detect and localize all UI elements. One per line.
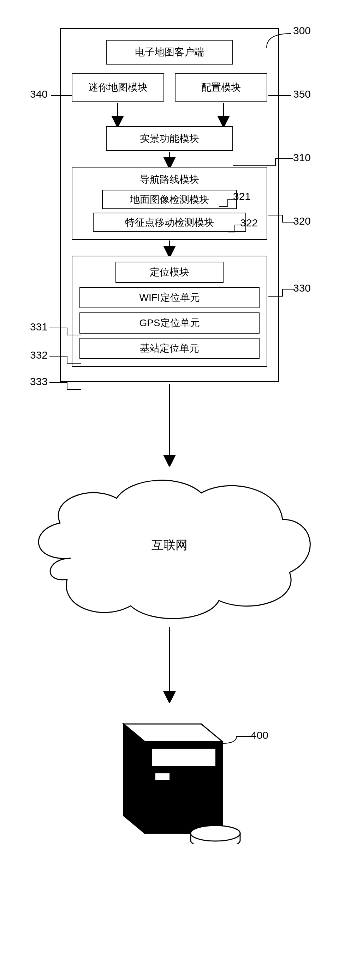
nav-title: 导航路线模块 [80,173,259,186]
gps-unit: GPS定位单元 [80,312,259,334]
loc-title-box: 定位模块 [115,262,224,283]
base-label: 基站定位单元 [140,342,199,355]
feature-detect-label: 特征点移动检测模块 [125,216,214,229]
svg-rect-7 [155,773,170,780]
gps-label: GPS定位单元 [139,316,200,330]
arrow-to-loc [162,240,177,256]
lead-400 [222,733,251,747]
label-331: 331 [30,321,48,333]
lead-331 [50,325,81,339]
client-title-box: 电子地图客户端 [106,40,233,65]
lead-320 [269,212,295,226]
label-340: 340 [30,88,48,100]
row-minimap-config: 迷你地图模块 配置模块 [72,73,267,102]
config-label: 配置模块 [201,81,241,94]
arrow-to-nav [162,151,177,167]
wifi-unit: WIFI定位单元 [80,287,259,308]
wifi-label: WIFI定位单元 [139,291,200,304]
minimap-module: 迷你地图模块 [72,73,164,102]
client-container: 电子地图客户端 迷你地图模块 配置模块 实景功能模块 [60,28,279,382]
loc-title: 定位模块 [150,266,189,279]
svg-point-9 [191,826,240,841]
arrows-to-realview [72,102,269,126]
lead-333 [50,379,81,393]
label-400: 400 [251,729,269,741]
client-title: 电子地图客户端 [135,46,204,59]
system-diagram: 300 电子地图客户端 迷你地图模块 配置模块 [11,28,328,844]
feature-detect-module: 特征点移动检测模块 [93,213,246,232]
config-module: 配置模块 [175,73,267,102]
label-300: 300 [293,25,311,37]
loc-container: 定位模块 WIFI定位单元 GPS定位单元 基站定位单元 [72,256,267,367]
ground-detect-module: 地面图像检测模块 [102,190,237,209]
cloud-wrap: 互联网 [11,466,328,625]
server-icon [11,703,328,844]
label-330: 330 [293,282,311,294]
lead-332 [50,353,81,367]
label-320: 320 [293,215,311,227]
arrow-client-to-cloud [11,382,328,466]
svg-rect-6 [152,749,216,766]
label-321: 321 [233,191,251,202]
label-333: 333 [30,375,48,388]
label-310: 310 [293,152,311,164]
lead-330 [269,286,295,300]
realview-label: 实景功能模块 [140,132,199,145]
cloud-text: 互联网 [11,537,328,553]
lead-350 [269,95,291,96]
arrow-cloud-to-server [11,625,328,703]
minimap-label: 迷你地图模块 [88,81,148,94]
base-unit: 基站定位单元 [80,338,259,359]
server-wrap: 400 [11,703,328,844]
realview-module: 实景功能模块 [106,126,233,151]
label-322: 322 [240,217,258,229]
label-332: 332 [30,349,48,361]
lead-321 [219,196,235,210]
ground-detect-label: 地面图像检测模块 [130,193,209,206]
lead-340 [51,95,72,96]
lead-310 [233,155,293,169]
label-350: 350 [293,88,311,100]
lead-322 [228,221,242,235]
